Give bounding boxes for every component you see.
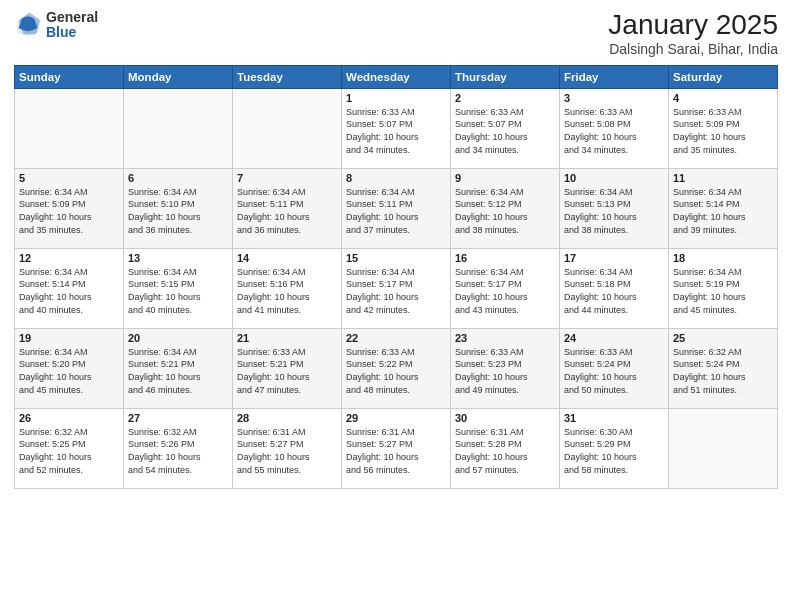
- table-row: [124, 88, 233, 168]
- day-info: Sunrise: 6:34 AM Sunset: 5:14 PM Dayligh…: [673, 186, 773, 236]
- day-info: Sunrise: 6:34 AM Sunset: 5:17 PM Dayligh…: [455, 266, 555, 316]
- calendar-week-row: 19Sunrise: 6:34 AM Sunset: 5:20 PM Dayli…: [15, 328, 778, 408]
- calendar: Sunday Monday Tuesday Wednesday Thursday…: [14, 65, 778, 489]
- day-info: Sunrise: 6:34 AM Sunset: 5:21 PM Dayligh…: [128, 346, 228, 396]
- day-info: Sunrise: 6:34 AM Sunset: 5:19 PM Dayligh…: [673, 266, 773, 316]
- calendar-week-row: 5Sunrise: 6:34 AM Sunset: 5:09 PM Daylig…: [15, 168, 778, 248]
- col-thursday: Thursday: [451, 65, 560, 88]
- table-row: 14Sunrise: 6:34 AM Sunset: 5:16 PM Dayli…: [233, 248, 342, 328]
- calendar-header-row: Sunday Monday Tuesday Wednesday Thursday…: [15, 65, 778, 88]
- table-row: 24Sunrise: 6:33 AM Sunset: 5:24 PM Dayli…: [560, 328, 669, 408]
- day-number: 8: [346, 172, 446, 184]
- day-number: 5: [19, 172, 119, 184]
- table-row: 2Sunrise: 6:33 AM Sunset: 5:07 PM Daylig…: [451, 88, 560, 168]
- day-info: Sunrise: 6:33 AM Sunset: 5:21 PM Dayligh…: [237, 346, 337, 396]
- logo: General Blue: [14, 10, 98, 41]
- day-info: Sunrise: 6:34 AM Sunset: 5:11 PM Dayligh…: [237, 186, 337, 236]
- day-info: Sunrise: 6:34 AM Sunset: 5:13 PM Dayligh…: [564, 186, 664, 236]
- col-monday: Monday: [124, 65, 233, 88]
- col-tuesday: Tuesday: [233, 65, 342, 88]
- logo-blue-text: Blue: [46, 25, 98, 40]
- table-row: 5Sunrise: 6:34 AM Sunset: 5:09 PM Daylig…: [15, 168, 124, 248]
- day-number: 3: [564, 92, 664, 104]
- table-row: [669, 408, 778, 488]
- col-saturday: Saturday: [669, 65, 778, 88]
- logo-text: General Blue: [46, 10, 98, 41]
- day-number: 20: [128, 332, 228, 344]
- col-sunday: Sunday: [15, 65, 124, 88]
- col-wednesday: Wednesday: [342, 65, 451, 88]
- day-info: Sunrise: 6:34 AM Sunset: 5:09 PM Dayligh…: [19, 186, 119, 236]
- table-row: 20Sunrise: 6:34 AM Sunset: 5:21 PM Dayli…: [124, 328, 233, 408]
- day-number: 6: [128, 172, 228, 184]
- table-row: 30Sunrise: 6:31 AM Sunset: 5:28 PM Dayli…: [451, 408, 560, 488]
- day-number: 28: [237, 412, 337, 424]
- calendar-week-row: 12Sunrise: 6:34 AM Sunset: 5:14 PM Dayli…: [15, 248, 778, 328]
- table-row: 21Sunrise: 6:33 AM Sunset: 5:21 PM Dayli…: [233, 328, 342, 408]
- day-number: 1: [346, 92, 446, 104]
- day-number: 14: [237, 252, 337, 264]
- table-row: 16Sunrise: 6:34 AM Sunset: 5:17 PM Dayli…: [451, 248, 560, 328]
- col-friday: Friday: [560, 65, 669, 88]
- table-row: 22Sunrise: 6:33 AM Sunset: 5:22 PM Dayli…: [342, 328, 451, 408]
- day-number: 10: [564, 172, 664, 184]
- day-info: Sunrise: 6:31 AM Sunset: 5:27 PM Dayligh…: [237, 426, 337, 476]
- table-row: 3Sunrise: 6:33 AM Sunset: 5:08 PM Daylig…: [560, 88, 669, 168]
- table-row: 26Sunrise: 6:32 AM Sunset: 5:25 PM Dayli…: [15, 408, 124, 488]
- day-info: Sunrise: 6:33 AM Sunset: 5:08 PM Dayligh…: [564, 106, 664, 156]
- table-row: 11Sunrise: 6:34 AM Sunset: 5:14 PM Dayli…: [669, 168, 778, 248]
- table-row: 1Sunrise: 6:33 AM Sunset: 5:07 PM Daylig…: [342, 88, 451, 168]
- day-info: Sunrise: 6:34 AM Sunset: 5:11 PM Dayligh…: [346, 186, 446, 236]
- day-info: Sunrise: 6:34 AM Sunset: 5:14 PM Dayligh…: [19, 266, 119, 316]
- day-number: 16: [455, 252, 555, 264]
- day-number: 7: [237, 172, 337, 184]
- day-number: 4: [673, 92, 773, 104]
- day-info: Sunrise: 6:32 AM Sunset: 5:26 PM Dayligh…: [128, 426, 228, 476]
- calendar-week-row: 1Sunrise: 6:33 AM Sunset: 5:07 PM Daylig…: [15, 88, 778, 168]
- day-info: Sunrise: 6:34 AM Sunset: 5:12 PM Dayligh…: [455, 186, 555, 236]
- day-info: Sunrise: 6:33 AM Sunset: 5:24 PM Dayligh…: [564, 346, 664, 396]
- table-row: 17Sunrise: 6:34 AM Sunset: 5:18 PM Dayli…: [560, 248, 669, 328]
- table-row: 27Sunrise: 6:32 AM Sunset: 5:26 PM Dayli…: [124, 408, 233, 488]
- day-info: Sunrise: 6:30 AM Sunset: 5:29 PM Dayligh…: [564, 426, 664, 476]
- day-number: 9: [455, 172, 555, 184]
- day-info: Sunrise: 6:33 AM Sunset: 5:07 PM Dayligh…: [455, 106, 555, 156]
- table-row: 23Sunrise: 6:33 AM Sunset: 5:23 PM Dayli…: [451, 328, 560, 408]
- day-number: 18: [673, 252, 773, 264]
- day-number: 22: [346, 332, 446, 344]
- day-number: 24: [564, 332, 664, 344]
- table-row: [15, 88, 124, 168]
- table-row: 13Sunrise: 6:34 AM Sunset: 5:15 PM Dayli…: [124, 248, 233, 328]
- table-row: 15Sunrise: 6:34 AM Sunset: 5:17 PM Dayli…: [342, 248, 451, 328]
- day-number: 19: [19, 332, 119, 344]
- day-number: 29: [346, 412, 446, 424]
- day-number: 2: [455, 92, 555, 104]
- table-row: 9Sunrise: 6:34 AM Sunset: 5:12 PM Daylig…: [451, 168, 560, 248]
- table-row: 4Sunrise: 6:33 AM Sunset: 5:09 PM Daylig…: [669, 88, 778, 168]
- table-row: 31Sunrise: 6:30 AM Sunset: 5:29 PM Dayli…: [560, 408, 669, 488]
- day-info: Sunrise: 6:33 AM Sunset: 5:23 PM Dayligh…: [455, 346, 555, 396]
- day-info: Sunrise: 6:34 AM Sunset: 5:10 PM Dayligh…: [128, 186, 228, 236]
- day-number: 26: [19, 412, 119, 424]
- day-info: Sunrise: 6:33 AM Sunset: 5:09 PM Dayligh…: [673, 106, 773, 156]
- day-number: 25: [673, 332, 773, 344]
- table-row: 18Sunrise: 6:34 AM Sunset: 5:19 PM Dayli…: [669, 248, 778, 328]
- logo-general-text: General: [46, 10, 98, 25]
- day-number: 12: [19, 252, 119, 264]
- day-info: Sunrise: 6:32 AM Sunset: 5:24 PM Dayligh…: [673, 346, 773, 396]
- day-info: Sunrise: 6:34 AM Sunset: 5:17 PM Dayligh…: [346, 266, 446, 316]
- day-info: Sunrise: 6:33 AM Sunset: 5:22 PM Dayligh…: [346, 346, 446, 396]
- table-row: 28Sunrise: 6:31 AM Sunset: 5:27 PM Dayli…: [233, 408, 342, 488]
- logo-icon: [14, 11, 42, 39]
- day-info: Sunrise: 6:32 AM Sunset: 5:25 PM Dayligh…: [19, 426, 119, 476]
- header: General Blue January 2025 Dalsingh Sarai…: [14, 10, 778, 57]
- calendar-week-row: 26Sunrise: 6:32 AM Sunset: 5:25 PM Dayli…: [15, 408, 778, 488]
- day-info: Sunrise: 6:31 AM Sunset: 5:28 PM Dayligh…: [455, 426, 555, 476]
- table-row: [233, 88, 342, 168]
- day-number: 21: [237, 332, 337, 344]
- day-number: 13: [128, 252, 228, 264]
- day-number: 17: [564, 252, 664, 264]
- month-title: January 2025: [608, 10, 778, 41]
- page: General Blue January 2025 Dalsingh Sarai…: [0, 0, 792, 612]
- table-row: 29Sunrise: 6:31 AM Sunset: 5:27 PM Dayli…: [342, 408, 451, 488]
